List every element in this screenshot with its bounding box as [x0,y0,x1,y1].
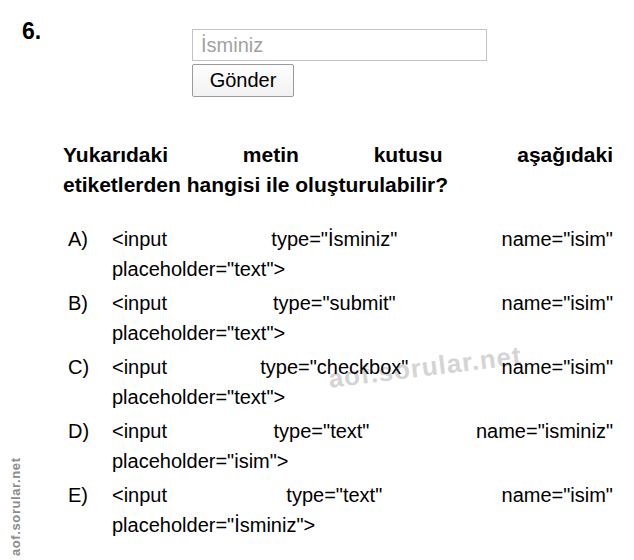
option-code: <input type="text" name="isim" placehold… [112,480,613,540]
code-token: <input [112,352,167,382]
code-token: placeholder="text"> [112,254,613,284]
option-letter: B) [68,288,112,318]
code-token: <input [112,224,167,254]
code-token: name="isim" [502,480,613,510]
code-token: <input [112,480,167,510]
option-letter: D) [68,416,112,446]
code-token: type="submit" [273,288,396,318]
option-b[interactable]: B) <input type="submit" name="isim" plac… [68,288,613,348]
code-token: name="isminiz" [476,416,613,446]
answer-options: A) <input type="İsminiz" name="isim" pla… [68,224,613,544]
option-code: <input type="text" name="isminiz" placeh… [112,416,613,476]
option-d[interactable]: D) <input type="text" name="isminiz" pla… [68,416,613,476]
question-word: metin [243,140,299,170]
code-token: placeholder="text"> [112,318,613,348]
code-token: <input [112,288,167,318]
option-code: <input type="İsminiz" name="isim" placeh… [112,224,613,284]
option-code: <input type="checkbox" name="isim" place… [112,352,613,412]
code-token: type="text" [286,480,382,510]
form-preview: Gönder [192,29,487,97]
option-letter: E) [68,480,112,510]
question-text: Yukarıdaki metin kutusu aşağıdaki etiket… [63,140,613,200]
option-letter: C) [68,352,112,382]
question-line-2: etiketlerden hangisi ile oluşturulabilir… [63,170,613,200]
question-number: 6. [22,18,41,45]
option-c[interactable]: C) <input type="checkbox" name="isim" pl… [68,352,613,412]
side-watermark: aof.sorular.net [8,457,23,556]
question-line-1: Yukarıdaki metin kutusu aşağıdaki [63,140,613,170]
name-input[interactable] [192,29,487,61]
submit-button[interactable]: Gönder [192,64,294,97]
code-token: placeholder="isim"> [112,446,613,476]
question-word: kutusu [374,140,443,170]
option-a[interactable]: A) <input type="İsminiz" name="isim" pla… [68,224,613,284]
code-token: placeholder="İsminiz"> [112,510,613,540]
quiz-page: 6. Gönder Yukarıdaki metin kutusu aşağıd… [0,0,634,560]
code-token: type="checkbox" [260,352,408,382]
code-token: name="isim" [502,288,613,318]
option-letter: A) [68,224,112,254]
option-e[interactable]: E) <input type="text" name="isim" placeh… [68,480,613,540]
question-word: Yukarıdaki [63,140,168,170]
question-word: aşağıdaki [517,140,613,170]
code-token: <input [112,416,167,446]
code-token: placeholder="text"> [112,382,613,412]
code-token: type="text" [274,416,370,446]
code-token: name="isim" [502,352,613,382]
code-token: type="İsminiz" [271,224,397,254]
option-code: <input type="submit" name="isim" placeho… [112,288,613,348]
code-token: name="isim" [502,224,613,254]
